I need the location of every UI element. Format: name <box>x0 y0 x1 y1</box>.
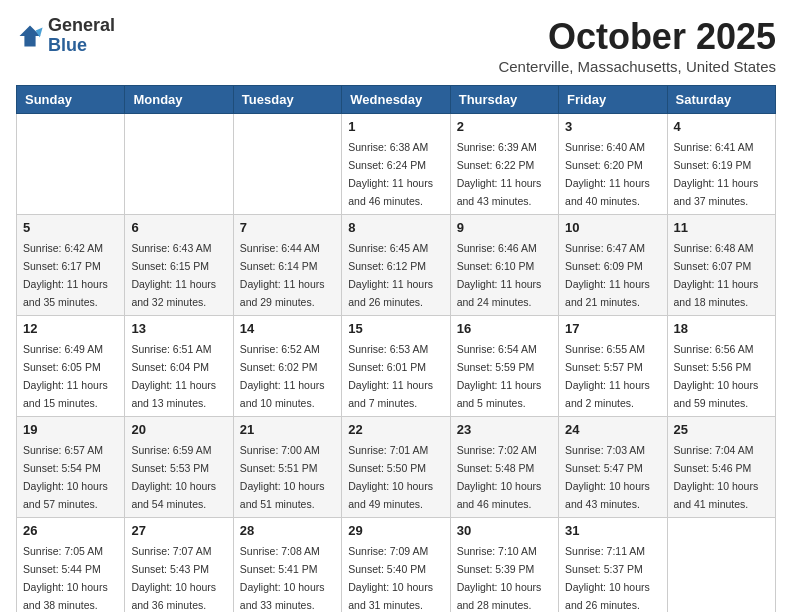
day-info: Sunrise: 7:05 AM Sunset: 5:44 PM Dayligh… <box>23 545 108 611</box>
title-area: October 2025 Centerville, Massachusetts,… <box>498 16 776 75</box>
logo-general: General <box>48 15 115 35</box>
day-number: 7 <box>240 220 335 235</box>
calendar-day-cell: 23Sunrise: 7:02 AM Sunset: 5:48 PM Dayli… <box>450 417 558 518</box>
logo-icon <box>16 22 44 50</box>
calendar-day-cell: 11Sunrise: 6:48 AM Sunset: 6:07 PM Dayli… <box>667 215 775 316</box>
day-number: 25 <box>674 422 769 437</box>
day-info: Sunrise: 7:02 AM Sunset: 5:48 PM Dayligh… <box>457 444 542 510</box>
day-number: 6 <box>131 220 226 235</box>
day-number: 31 <box>565 523 660 538</box>
calendar-day-cell: 21Sunrise: 7:00 AM Sunset: 5:51 PM Dayli… <box>233 417 341 518</box>
day-number: 4 <box>674 119 769 134</box>
month-title: October 2025 <box>498 16 776 58</box>
logo-blue: Blue <box>48 35 87 55</box>
calendar-day-cell: 10Sunrise: 6:47 AM Sunset: 6:09 PM Dayli… <box>559 215 667 316</box>
calendar-day-cell: 20Sunrise: 6:59 AM Sunset: 5:53 PM Dayli… <box>125 417 233 518</box>
calendar-day-cell: 13Sunrise: 6:51 AM Sunset: 6:04 PM Dayli… <box>125 316 233 417</box>
calendar-day-cell: 24Sunrise: 7:03 AM Sunset: 5:47 PM Dayli… <box>559 417 667 518</box>
day-number: 28 <box>240 523 335 538</box>
calendar-day-cell: 15Sunrise: 6:53 AM Sunset: 6:01 PM Dayli… <box>342 316 450 417</box>
day-info: Sunrise: 7:10 AM Sunset: 5:39 PM Dayligh… <box>457 545 542 611</box>
day-info: Sunrise: 7:03 AM Sunset: 5:47 PM Dayligh… <box>565 444 650 510</box>
day-number: 12 <box>23 321 118 336</box>
day-number: 13 <box>131 321 226 336</box>
day-info: Sunrise: 6:46 AM Sunset: 6:10 PM Dayligh… <box>457 242 542 308</box>
day-info: Sunrise: 6:59 AM Sunset: 5:53 PM Dayligh… <box>131 444 216 510</box>
day-info: Sunrise: 7:08 AM Sunset: 5:41 PM Dayligh… <box>240 545 325 611</box>
day-number: 3 <box>565 119 660 134</box>
day-info: Sunrise: 6:53 AM Sunset: 6:01 PM Dayligh… <box>348 343 433 409</box>
calendar-day-cell: 19Sunrise: 6:57 AM Sunset: 5:54 PM Dayli… <box>17 417 125 518</box>
day-number: 8 <box>348 220 443 235</box>
day-info: Sunrise: 6:52 AM Sunset: 6:02 PM Dayligh… <box>240 343 325 409</box>
calendar-day-cell: 12Sunrise: 6:49 AM Sunset: 6:05 PM Dayli… <box>17 316 125 417</box>
svg-marker-0 <box>20 25 41 46</box>
day-info: Sunrise: 6:45 AM Sunset: 6:12 PM Dayligh… <box>348 242 433 308</box>
day-number: 16 <box>457 321 552 336</box>
calendar-day-cell: 6Sunrise: 6:43 AM Sunset: 6:15 PM Daylig… <box>125 215 233 316</box>
calendar-day-cell: 3Sunrise: 6:40 AM Sunset: 6:20 PM Daylig… <box>559 114 667 215</box>
calendar-day-cell <box>125 114 233 215</box>
calendar-day-cell: 7Sunrise: 6:44 AM Sunset: 6:14 PM Daylig… <box>233 215 341 316</box>
day-info: Sunrise: 6:41 AM Sunset: 6:19 PM Dayligh… <box>674 141 759 207</box>
calendar-day-cell: 25Sunrise: 7:04 AM Sunset: 5:46 PM Dayli… <box>667 417 775 518</box>
calendar-week-row: 19Sunrise: 6:57 AM Sunset: 5:54 PM Dayli… <box>17 417 776 518</box>
calendar-table: SundayMondayTuesdayWednesdayThursdayFrid… <box>16 85 776 612</box>
day-number: 11 <box>674 220 769 235</box>
day-number: 10 <box>565 220 660 235</box>
calendar-day-cell: 22Sunrise: 7:01 AM Sunset: 5:50 PM Dayli… <box>342 417 450 518</box>
calendar-day-cell <box>667 518 775 613</box>
day-number: 29 <box>348 523 443 538</box>
day-info: Sunrise: 7:11 AM Sunset: 5:37 PM Dayligh… <box>565 545 650 611</box>
calendar-header-cell: Tuesday <box>233 86 341 114</box>
day-number: 5 <box>23 220 118 235</box>
calendar-week-row: 5Sunrise: 6:42 AM Sunset: 6:17 PM Daylig… <box>17 215 776 316</box>
page-header: General Blue October 2025 Centerville, M… <box>16 16 776 75</box>
calendar-header-cell: Friday <box>559 86 667 114</box>
day-number: 30 <box>457 523 552 538</box>
logo: General Blue <box>16 16 115 56</box>
day-info: Sunrise: 6:38 AM Sunset: 6:24 PM Dayligh… <box>348 141 433 207</box>
day-info: Sunrise: 6:42 AM Sunset: 6:17 PM Dayligh… <box>23 242 108 308</box>
day-info: Sunrise: 6:49 AM Sunset: 6:05 PM Dayligh… <box>23 343 108 409</box>
calendar-day-cell: 9Sunrise: 6:46 AM Sunset: 6:10 PM Daylig… <box>450 215 558 316</box>
day-info: Sunrise: 6:55 AM Sunset: 5:57 PM Dayligh… <box>565 343 650 409</box>
calendar-header-row: SundayMondayTuesdayWednesdayThursdayFrid… <box>17 86 776 114</box>
day-number: 19 <box>23 422 118 437</box>
day-info: Sunrise: 6:39 AM Sunset: 6:22 PM Dayligh… <box>457 141 542 207</box>
day-info: Sunrise: 6:51 AM Sunset: 6:04 PM Dayligh… <box>131 343 216 409</box>
day-number: 15 <box>348 321 443 336</box>
day-info: Sunrise: 6:44 AM Sunset: 6:14 PM Dayligh… <box>240 242 325 308</box>
calendar-header-cell: Saturday <box>667 86 775 114</box>
calendar-day-cell: 1Sunrise: 6:38 AM Sunset: 6:24 PM Daylig… <box>342 114 450 215</box>
calendar-day-cell: 16Sunrise: 6:54 AM Sunset: 5:59 PM Dayli… <box>450 316 558 417</box>
calendar-day-cell: 27Sunrise: 7:07 AM Sunset: 5:43 PM Dayli… <box>125 518 233 613</box>
day-info: Sunrise: 6:48 AM Sunset: 6:07 PM Dayligh… <box>674 242 759 308</box>
calendar-day-cell: 2Sunrise: 6:39 AM Sunset: 6:22 PM Daylig… <box>450 114 558 215</box>
day-info: Sunrise: 6:56 AM Sunset: 5:56 PM Dayligh… <box>674 343 759 409</box>
calendar-day-cell: 26Sunrise: 7:05 AM Sunset: 5:44 PM Dayli… <box>17 518 125 613</box>
day-number: 9 <box>457 220 552 235</box>
day-info: Sunrise: 6:54 AM Sunset: 5:59 PM Dayligh… <box>457 343 542 409</box>
calendar-day-cell: 30Sunrise: 7:10 AM Sunset: 5:39 PM Dayli… <box>450 518 558 613</box>
day-number: 18 <box>674 321 769 336</box>
calendar-header-cell: Thursday <box>450 86 558 114</box>
calendar-header-cell: Wednesday <box>342 86 450 114</box>
calendar-day-cell: 14Sunrise: 6:52 AM Sunset: 6:02 PM Dayli… <box>233 316 341 417</box>
day-number: 26 <box>23 523 118 538</box>
calendar-day-cell: 31Sunrise: 7:11 AM Sunset: 5:37 PM Dayli… <box>559 518 667 613</box>
calendar-day-cell <box>17 114 125 215</box>
day-info: Sunrise: 6:57 AM Sunset: 5:54 PM Dayligh… <box>23 444 108 510</box>
calendar-week-row: 12Sunrise: 6:49 AM Sunset: 6:05 PM Dayli… <box>17 316 776 417</box>
calendar-day-cell <box>233 114 341 215</box>
calendar-day-cell: 18Sunrise: 6:56 AM Sunset: 5:56 PM Dayli… <box>667 316 775 417</box>
day-info: Sunrise: 7:00 AM Sunset: 5:51 PM Dayligh… <box>240 444 325 510</box>
day-number: 24 <box>565 422 660 437</box>
day-number: 20 <box>131 422 226 437</box>
calendar-body: 1Sunrise: 6:38 AM Sunset: 6:24 PM Daylig… <box>17 114 776 613</box>
calendar-day-cell: 28Sunrise: 7:08 AM Sunset: 5:41 PM Dayli… <box>233 518 341 613</box>
day-info: Sunrise: 7:07 AM Sunset: 5:43 PM Dayligh… <box>131 545 216 611</box>
day-info: Sunrise: 6:47 AM Sunset: 6:09 PM Dayligh… <box>565 242 650 308</box>
day-number: 1 <box>348 119 443 134</box>
day-number: 23 <box>457 422 552 437</box>
